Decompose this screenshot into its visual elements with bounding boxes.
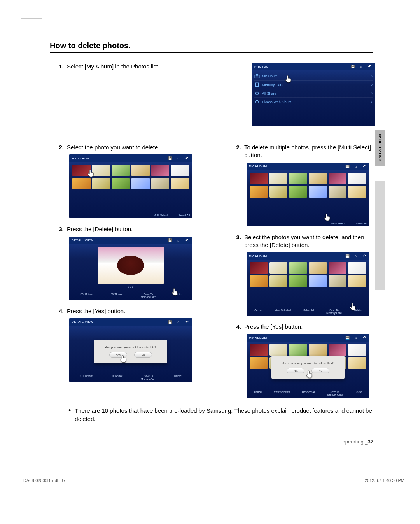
select-all-button[interactable]: Select All <box>356 222 367 225</box>
photo-thumb[interactable] <box>131 165 150 176</box>
screenshot-album-multiselect: MY ALBUM 💾 ⌂ ↶ Multi Select Select All <box>247 163 369 226</box>
detail-photo[interactable] <box>98 247 164 284</box>
save-to-button[interactable]: Save ToMemory Card <box>327 391 342 396</box>
list-item-all-share[interactable]: All Share › <box>254 89 373 98</box>
photo-thumb[interactable] <box>250 357 268 369</box>
step-number: 4. <box>57 307 64 315</box>
photo-thumb[interactable] <box>309 275 327 287</box>
home-icon[interactable]: ⌂ <box>353 254 359 258</box>
photo-thumb[interactable] <box>250 275 268 287</box>
photo-thumb[interactable] <box>151 178 170 189</box>
list-item-memory-card[interactable]: Memory Card › <box>254 81 373 89</box>
photo-thumb[interactable] <box>348 344 366 356</box>
photo-thumb[interactable] <box>270 173 288 184</box>
photo-thumb[interactable] <box>151 165 170 176</box>
photo-thumb[interactable] <box>250 173 268 184</box>
photo-thumb[interactable] <box>348 173 366 184</box>
multi-select-button[interactable]: Multi Select <box>331 222 345 225</box>
photo-thumb[interactable] <box>92 178 110 189</box>
photo-thumb[interactable] <box>309 173 327 184</box>
unselect-all-button[interactable]: Unselect All <box>302 391 315 396</box>
delete-button[interactable]: Delete <box>355 391 362 396</box>
photo-thumb[interactable] <box>329 186 347 198</box>
photo-thumb[interactable] <box>289 262 307 274</box>
save-icon[interactable]: 💾 <box>345 164 350 169</box>
photo-thumb[interactable] <box>289 275 307 287</box>
photo-thumb[interactable] <box>131 178 150 189</box>
save-icon[interactable]: 💾 <box>167 238 173 243</box>
select-all-button[interactable]: Select All <box>303 309 314 314</box>
photo-thumb[interactable] <box>270 186 288 198</box>
save-to-button[interactable]: Save ToMemory Card <box>141 293 156 298</box>
home-icon[interactable]: ⌂ <box>353 164 359 169</box>
photo-thumb[interactable] <box>289 186 307 198</box>
photo-thumb[interactable] <box>171 178 189 189</box>
save-icon[interactable]: 💾 <box>345 335 350 340</box>
home-icon[interactable]: ⌂ <box>353 335 359 340</box>
photo-thumb[interactable] <box>72 165 91 176</box>
back-icon[interactable]: ↶ <box>184 156 190 161</box>
photo-thumb[interactable] <box>348 262 366 274</box>
photo-thumb[interactable] <box>329 344 347 356</box>
photo-thumb[interactable] <box>92 165 110 176</box>
save-icon[interactable]: 💾 <box>345 254 350 258</box>
photo-thumb[interactable] <box>270 275 288 287</box>
photo-thumb[interactable] <box>270 344 288 356</box>
rotate-right-button[interactable]: 90° Rotate <box>111 293 123 298</box>
photo-thumb[interactable] <box>171 165 189 176</box>
photo-thumb[interactable] <box>289 173 307 184</box>
cancel-button[interactable]: Cancel <box>254 391 262 396</box>
save-icon[interactable]: 💾 <box>167 156 173 161</box>
delete-button[interactable]: Delete <box>174 293 182 298</box>
list-item-picasa[interactable]: Picasa Web Album › <box>254 98 373 106</box>
photo-thumb[interactable] <box>250 186 268 198</box>
home-icon[interactable]: ⌂ <box>359 64 364 69</box>
photo-thumb[interactable] <box>309 262 327 274</box>
photo-thumb[interactable] <box>309 186 327 198</box>
photo-thumb[interactable] <box>329 173 347 184</box>
photo-thumb[interactable] <box>250 262 268 274</box>
left-column: 2. Select the photo you want to delete. … <box>50 141 195 405</box>
back-icon[interactable]: ↶ <box>184 238 190 243</box>
photo-thumb[interactable] <box>309 344 327 356</box>
no-button[interactable]: No <box>312 368 329 373</box>
svg-rect-2 <box>256 83 259 86</box>
photo-thumb[interactable] <box>329 262 347 274</box>
back-icon[interactable]: ↶ <box>362 164 367 169</box>
delete-button[interactable]: Delete <box>354 309 362 314</box>
back-icon[interactable]: ↶ <box>362 254 367 258</box>
home-icon[interactable]: ⌂ <box>176 320 181 324</box>
delete-button[interactable]: Delete <box>174 375 182 380</box>
rotate-left-button[interactable]: -90° Rotate <box>80 293 93 298</box>
yes-button[interactable]: Yes <box>109 352 127 358</box>
view-selected-button[interactable]: View Selected <box>274 391 290 396</box>
photo-thumb[interactable] <box>250 344 268 356</box>
select-all-button[interactable]: Select All <box>178 214 190 217</box>
photo-thumb[interactable] <box>112 165 130 176</box>
back-icon[interactable]: ↶ <box>184 320 190 324</box>
save-icon[interactable]: 💾 <box>167 320 173 324</box>
photo-thumb[interactable] <box>329 275 347 287</box>
view-selected-button[interactable]: View Selected <box>275 309 291 314</box>
no-button[interactable]: No <box>134 352 152 358</box>
save-to-button[interactable]: Save ToMemory Card <box>141 375 156 380</box>
home-icon[interactable]: ⌂ <box>176 156 181 161</box>
home-icon[interactable]: ⌂ <box>176 238 181 243</box>
cancel-button[interactable]: Cancel <box>254 309 262 314</box>
photo-thumb[interactable] <box>348 186 366 198</box>
photo-thumb[interactable] <box>72 178 91 189</box>
back-icon[interactable]: ↶ <box>362 335 367 340</box>
save-icon[interactable]: 💾 <box>350 64 355 69</box>
multi-select-button[interactable]: Multi Select <box>154 214 168 217</box>
photo-thumb[interactable] <box>270 262 288 274</box>
save-to-button[interactable]: Save ToMemory Card <box>326 309 341 314</box>
back-icon[interactable]: ↶ <box>367 64 373 69</box>
photo-thumb[interactable] <box>348 275 366 287</box>
rotate-left-button[interactable]: -90° Rotate <box>80 375 93 380</box>
photo-thumb[interactable] <box>112 178 130 189</box>
photo-thumb[interactable] <box>289 344 307 356</box>
photo-thumb[interactable] <box>348 357 366 369</box>
yes-button[interactable]: Yes <box>287 368 304 373</box>
list-item-my-album[interactable]: My Album › <box>254 72 373 81</box>
rotate-right-button[interactable]: 90° Rotate <box>111 375 123 380</box>
